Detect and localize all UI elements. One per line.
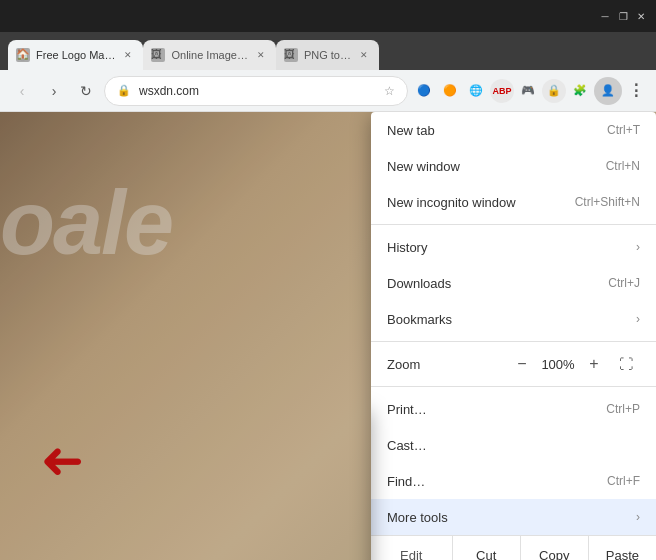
find-shortcut: Ctrl+F (607, 474, 640, 488)
toolbar-extensions: 🔵 🟠 🌐 ABP 🎮 🔒 🧩 👤 ⋮ (412, 77, 648, 105)
puzzle-icon[interactable]: 🧩 (568, 79, 592, 103)
toolbar: ‹ › ↻ 🔒 wsxdn.com ☆ 🔵 🟠 🌐 ABP 🎮 🔒 🧩 👤 ⋮ (0, 70, 656, 112)
address-text: wsxdn.com (139, 84, 376, 98)
print-shortcut: Ctrl+P (606, 402, 640, 416)
history-label: History (387, 240, 628, 255)
profile-icon[interactable]: 👤 (594, 77, 622, 105)
menu-item-bookmarks[interactable]: Bookmarks › (371, 301, 656, 337)
menu-item-history[interactable]: History › (371, 229, 656, 265)
edit-section-label: Edit (371, 536, 453, 560)
tab-2[interactable]: 🖼 PNG to… ✕ (276, 40, 379, 70)
downloads-label: Downloads (387, 276, 592, 291)
menu-item-new-window[interactable]: New window Ctrl+N (371, 148, 656, 184)
downloads-shortcut: Ctrl+J (608, 276, 640, 290)
tab-2-close[interactable]: ✕ (357, 48, 371, 62)
menu-item-cast[interactable]: Cast… (371, 427, 656, 463)
tab-1[interactable]: 🖼 Online Image… ✕ (143, 40, 275, 70)
forward-button[interactable]: › (40, 77, 68, 105)
cut-button[interactable]: Cut (453, 536, 521, 560)
reload-button[interactable]: ↻ (72, 77, 100, 105)
paste-button[interactable]: Paste (589, 536, 656, 560)
tab-0-close[interactable]: ✕ (121, 48, 135, 62)
zoom-label: Zoom (387, 357, 508, 372)
more-tools-arrow-icon: › (636, 510, 640, 524)
zoom-controls: − 100% + ⛶ (508, 350, 640, 378)
menu-item-downloads[interactable]: Downloads Ctrl+J (371, 265, 656, 301)
tab-2-favicon: 🖼 (284, 48, 298, 62)
tab-bar: 🏠 Free Logo Ma… ✕ 🖼 Online Image… ✕ 🖼 PN… (0, 32, 656, 70)
menu-item-new-incognito[interactable]: New incognito window Ctrl+Shift+N (371, 184, 656, 220)
tab-0-favicon: 🏠 (16, 48, 30, 62)
menu-icon[interactable]: ⋮ (624, 79, 648, 103)
new-incognito-label: New incognito window (387, 195, 559, 210)
account-icon[interactable]: 🔵 (412, 79, 436, 103)
edit-row: Edit Cut Copy Paste (371, 535, 656, 560)
menu-item-new-tab[interactable]: New tab Ctrl+T (371, 112, 656, 148)
separator-1 (371, 224, 656, 225)
restore-button[interactable]: ❐ (616, 9, 630, 23)
new-incognito-shortcut: Ctrl+Shift+N (575, 195, 640, 209)
new-window-shortcut: Ctrl+N (606, 159, 640, 173)
print-label: Print… (387, 402, 590, 417)
tab-1-favicon: 🖼 (151, 48, 165, 62)
separator-2 (371, 341, 656, 342)
close-button[interactable]: ✕ (634, 9, 648, 23)
menu-item-find[interactable]: Find… Ctrl+F (371, 463, 656, 499)
content-area: oale ➜ wsxdn.com New tab Ctrl+T New wind… (0, 112, 656, 560)
cast-label: Cast… (387, 438, 640, 453)
back-button[interactable]: ‹ (8, 77, 36, 105)
tab-2-title: PNG to… (304, 49, 351, 61)
fullscreen-button[interactable]: ⛶ (612, 350, 640, 378)
new-tab-shortcut: Ctrl+T (607, 123, 640, 137)
separator-3 (371, 386, 656, 387)
bookmarks-label: Bookmarks (387, 312, 628, 327)
find-label: Find… (387, 474, 591, 489)
tab-0-title: Free Logo Ma… (36, 49, 115, 61)
history-arrow-icon: › (636, 240, 640, 254)
zoom-minus-button[interactable]: − (508, 350, 536, 378)
address-bar[interactable]: 🔒 wsxdn.com ☆ (104, 76, 408, 106)
lock-icon2[interactable]: 🔒 (542, 79, 566, 103)
menu-item-print[interactable]: Print… Ctrl+P (371, 391, 656, 427)
copy-button[interactable]: Copy (521, 536, 589, 560)
tab-1-title: Online Image… (171, 49, 247, 61)
globe-icon[interactable]: 🌐 (464, 79, 488, 103)
bookmarks-arrow-icon: › (636, 312, 640, 326)
main-dropdown-menu: New tab Ctrl+T New window Ctrl+N New inc… (371, 112, 656, 560)
lock-icon: 🔒 (117, 84, 131, 97)
bookmark-icon[interactable]: ☆ (384, 84, 395, 98)
abp-icon[interactable]: ABP (490, 79, 514, 103)
new-window-label: New window (387, 159, 590, 174)
zoom-plus-button[interactable]: + (580, 350, 608, 378)
tab-1-close[interactable]: ✕ (254, 48, 268, 62)
zoom-row: Zoom − 100% + ⛶ (371, 346, 656, 382)
game-icon[interactable]: 🎮 (516, 79, 540, 103)
menu-item-more-tools[interactable]: More tools › (371, 499, 656, 535)
more-tools-label: More tools (387, 510, 628, 525)
zoom-value: 100% (540, 357, 576, 372)
browser-frame: ─ ❐ ✕ 🏠 Free Logo Ma… ✕ 🖼 Online Image… … (0, 0, 656, 560)
extension-orange-icon[interactable]: 🟠 (438, 79, 462, 103)
new-tab-label: New tab (387, 123, 591, 138)
title-bar: ─ ❐ ✕ (0, 0, 656, 32)
minimize-button[interactable]: ─ (598, 9, 612, 23)
tab-0[interactable]: 🏠 Free Logo Ma… ✕ (8, 40, 143, 70)
